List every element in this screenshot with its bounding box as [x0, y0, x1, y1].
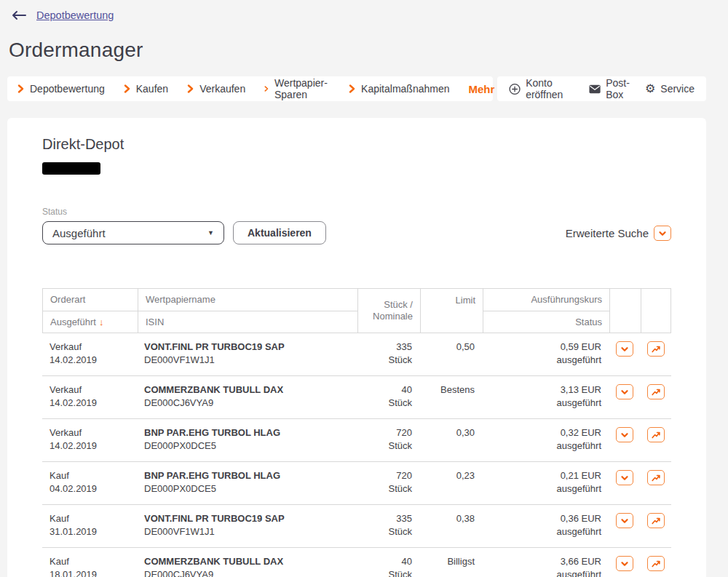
chevron-down-icon: [620, 516, 630, 526]
security-cell: VONT.FINL PR TURBOC19 SAP DE000VF1W1J1: [137, 341, 357, 375]
order-type-date-cell: Kauf 18.01.2019: [42, 555, 137, 577]
security-cell: BNP PAR.EHG TURBOL HLAG DE000PX0DCE5: [137, 469, 357, 504]
chart-cell: [640, 383, 671, 418]
page-title: Ordermanager: [9, 39, 706, 62]
limit-cell: Billigst: [419, 555, 482, 577]
chevron-down-icon: [620, 473, 630, 483]
execution-cell: 0,36 EUR ausgeführt: [482, 512, 609, 547]
table-row: Verkauf 14.02.2019 BNP PAR.EHG TURBOL HL…: [42, 419, 671, 462]
execution-cell: 3,66 EUR ausgeführt: [482, 555, 609, 577]
table-row: Verkauf 14.02.2019 VONT.FINL PR TURBOC19…: [42, 333, 671, 376]
limit-cell: 0,30: [419, 426, 482, 461]
chevron-right-icon: [124, 84, 130, 93]
security-cell: BNP PAR.EHG TURBOL HLAG DE000PX0DCE5: [137, 426, 357, 461]
expand-order-button[interactable]: [616, 470, 633, 485]
limit-cell: 0,50: [419, 341, 482, 375]
quantity-cell: 40 Stück: [357, 555, 419, 577]
header-sort-ausgefuehrt[interactable]: Ausgeführt ↓: [43, 311, 138, 333]
execution-cell: 0,59 EUR ausgeführt: [482, 341, 609, 375]
caret-down-icon: ▼: [207, 229, 214, 236]
expand-order-cell: [609, 341, 640, 375]
order-type-date-cell: Kauf 31.01.2019: [42, 512, 137, 547]
quantity-cell: 335 Stück: [357, 512, 419, 547]
chart-cell: [640, 426, 671, 461]
limit-cell: 0,23: [419, 469, 482, 504]
header-col-orderart: Orderart Ausgeführt ↓: [43, 289, 138, 333]
table-row: Kauf 31.01.2019 VONT.FINL PR TURBOC19 SA…: [42, 505, 671, 548]
chevron-right-icon: [264, 84, 269, 93]
chevron-down-icon: [620, 387, 630, 397]
expand-order-button[interactable]: [616, 427, 633, 442]
quantity-cell: 720 Stück: [357, 426, 419, 461]
expand-order-button[interactable]: [616, 384, 633, 399]
trend-up-icon: [651, 516, 661, 526]
chart-button[interactable]: [647, 556, 665, 571]
back-link[interactable]: Depotbewertung: [36, 9, 114, 21]
depot-card: Direkt-Depot Status Ausgeführt ▼ Aktuali…: [7, 118, 706, 577]
chart-button[interactable]: [647, 384, 665, 399]
header-wertpapiername: Wertpapiername: [138, 289, 357, 311]
trend-up-icon: [651, 559, 661, 569]
refresh-button[interactable]: Aktualisieren: [233, 221, 326, 244]
chart-cell: [640, 512, 671, 547]
header-stueck-nominale: Stück / Nominale: [357, 289, 420, 333]
chart-cell: [640, 469, 671, 504]
expand-order-cell: [609, 426, 640, 461]
chevron-down-icon: [620, 559, 630, 569]
open-account-button[interactable]: Konto eröffnen: [509, 77, 589, 100]
nav-item-verkaufen[interactable]: Verkaufen: [187, 83, 245, 95]
advanced-search-toggle[interactable]: Erweiterte Suche: [566, 226, 671, 241]
chevron-right-icon: [349, 84, 355, 93]
order-type-date-cell: Verkauf 14.02.2019: [42, 383, 137, 418]
status-label: Status: [42, 207, 326, 217]
expand-order-button[interactable]: [616, 556, 633, 571]
chart-button[interactable]: [647, 470, 665, 485]
security-cell: COMMERZBANK TUBULL DAX DE000CJ6VYA9: [137, 555, 357, 577]
execution-cell: 0,32 EUR ausgeführt: [482, 426, 609, 461]
header-isin: ISIN: [138, 311, 357, 333]
limit-cell: Bestens: [419, 383, 482, 418]
postbox-button[interactable]: Post-Box: [589, 77, 645, 100]
chevron-down-icon: [654, 226, 671, 241]
header-col-expand: [609, 289, 641, 333]
sort-descending-icon: ↓: [99, 317, 104, 327]
header-col-chart: [641, 289, 672, 333]
order-type-date-cell: Verkauf 14.02.2019: [42, 341, 137, 375]
nav-item-kaufen[interactable]: Kaufen: [124, 83, 168, 95]
back-arrow-icon[interactable]: [11, 10, 27, 20]
header-status: Status: [483, 311, 609, 333]
primary-nav-bar: Depotbewertung Kaufen Verkaufen Wertpapi…: [7, 76, 493, 101]
orders-table: Orderart Ausgeführt ↓ Wertpapiername ISI…: [42, 288, 671, 577]
chevron-right-icon: [187, 84, 194, 93]
chart-button[interactable]: [647, 341, 665, 357]
service-button[interactable]: ⚙ Service: [645, 83, 695, 95]
gear-icon: ⚙: [645, 83, 655, 95]
limit-cell: 0,38: [419, 512, 482, 547]
expand-order-cell: [609, 383, 640, 418]
header-col-ausfuehrung: Ausführungskurs Status: [483, 289, 609, 333]
quantity-cell: 720 Stück: [357, 469, 419, 504]
quantity-cell: 335 Stück: [357, 341, 419, 375]
chart-cell: [640, 555, 671, 577]
status-select[interactable]: Ausgeführt ▼: [42, 221, 224, 244]
chart-button[interactable]: [647, 513, 665, 528]
secondary-nav-bar: Konto eröffnen Post-Box ⚙ Service: [497, 76, 706, 101]
nav-item-depotbewertung[interactable]: Depotbewertung: [17, 83, 105, 95]
nav-item-kapitalmassnahmen[interactable]: Kapitalmaßnahmen: [349, 83, 449, 95]
expand-order-button[interactable]: [616, 341, 633, 357]
order-type-date-cell: Kauf 04.02.2019: [42, 469, 137, 504]
chart-button[interactable]: [647, 427, 665, 442]
security-cell: VONT.FINL PR TURBOC19 SAP DE000VF1W1J1: [137, 512, 357, 547]
nav-item-wertpapier-sparen[interactable]: Wertpapier-Sparen: [264, 77, 330, 100]
chevron-right-icon: [17, 84, 24, 93]
table-header: Orderart Ausgeführt ↓ Wertpapiername ISI…: [42, 288, 671, 333]
security-cell: COMMERZBANK TUBULL DAX DE000CJ6VYA9: [137, 383, 357, 418]
filter-controls: Status Ausgeführt ▼ Aktualisieren Erweit…: [42, 207, 671, 244]
expand-order-button[interactable]: [616, 513, 633, 528]
expand-order-cell: [609, 512, 640, 547]
table-row: Verkauf 14.02.2019 COMMERZBANK TUBULL DA…: [42, 376, 671, 419]
header-orderart: Orderart: [43, 289, 138, 311]
navigation-row: Depotbewertung Kaufen Verkaufen Wertpapi…: [7, 76, 706, 101]
envelope-icon: [589, 84, 601, 94]
execution-cell: 3,13 EUR ausgeführt: [482, 383, 609, 418]
